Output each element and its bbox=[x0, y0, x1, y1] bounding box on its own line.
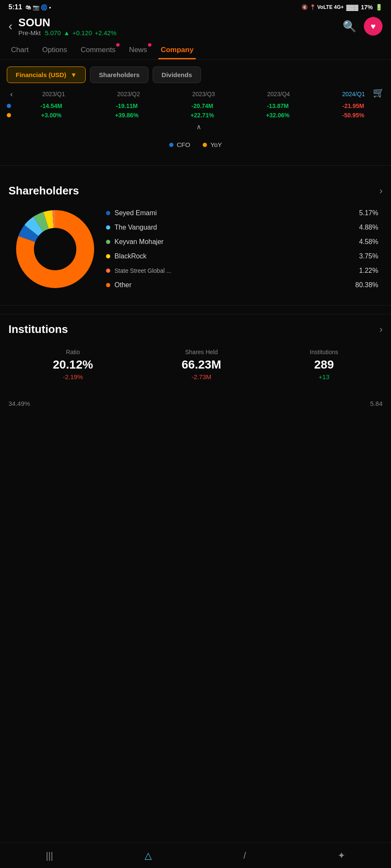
news-notification-dot bbox=[148, 43, 151, 47]
col-2023q3: 2023/Q3 bbox=[166, 89, 241, 99]
status-time: 5:11 🛍 📷 🌀 • bbox=[8, 3, 51, 11]
shareholders-header: Shareholders › bbox=[8, 184, 383, 197]
financials-dropdown[interactable]: Financials (USD) ▼ bbox=[7, 67, 86, 83]
sh-pct-keyvan: 4.58% bbox=[359, 238, 378, 246]
inst-count-change: +13 bbox=[310, 373, 338, 380]
sh-pct-vanguard: 4.88% bbox=[359, 224, 378, 231]
institutions-section: Institutions › Ratio 20.12% -2.19% Share… bbox=[0, 314, 391, 393]
tab-company[interactable]: Company bbox=[154, 41, 200, 59]
nav-home[interactable]: △ bbox=[136, 846, 160, 865]
list-item: BlackRock 3.75% bbox=[106, 249, 378, 263]
sh-pct-other: 80.38% bbox=[355, 281, 378, 289]
tab-bar: Chart Options Comments News Company bbox=[0, 41, 391, 60]
inst-count-value: 289 bbox=[310, 358, 338, 372]
tab-news[interactable]: News bbox=[122, 41, 154, 59]
yoy-q3: +22.71% bbox=[165, 112, 240, 119]
sh-name-keyvan: Keyvan Mohajer bbox=[115, 238, 164, 246]
shareholders-tab-btn[interactable]: Shareholders bbox=[90, 67, 148, 83]
bottom-numbers: 34.49% 5.84 bbox=[0, 393, 391, 411]
ticker-info: SOUN Pre-Mkt 5.070 ▲ +0.120 +2.42% bbox=[18, 16, 116, 36]
tab-chart[interactable]: Chart bbox=[4, 41, 36, 59]
status-right: 🔇 📍 VoLTE 4G+ ▓▓▓ 17% 🔋 bbox=[302, 4, 383, 11]
fin-data-rows: -14.54M -19.11M -20.74M -13.87M -21.95M … bbox=[7, 103, 391, 119]
sh-name-other: Other bbox=[115, 281, 131, 289]
ticker-symbol: SOUN bbox=[18, 16, 116, 29]
shares-value: 66.23M bbox=[182, 358, 221, 372]
status-icons: 🛍 📷 🌀 • bbox=[25, 4, 51, 11]
donut-hole bbox=[34, 228, 76, 270]
yoy-2024q1: -50.95% bbox=[316, 112, 391, 119]
col-nav-left[interactable]: ‹ bbox=[7, 90, 16, 99]
cfo-legend-dot bbox=[169, 143, 173, 147]
institutions-title: Institutions bbox=[8, 323, 68, 336]
sh-dot-blackrock bbox=[106, 254, 110, 258]
yoy-legend-dot bbox=[203, 143, 207, 147]
nav-menu[interactable]: ||| bbox=[37, 846, 61, 865]
inst-stat-ratio: Ratio 20.12% -2.19% bbox=[53, 349, 93, 380]
col-2023q1: 2023/Q1 bbox=[16, 89, 91, 99]
comments-notification-dot bbox=[116, 43, 120, 47]
tab-options[interactable]: Options bbox=[36, 41, 74, 59]
col-2023q2: 2023/Q2 bbox=[91, 89, 166, 99]
bottom-left-num: 34.49% bbox=[8, 400, 30, 407]
yoy-dot bbox=[7, 113, 11, 117]
ratio-value: 20.12% bbox=[53, 358, 93, 372]
sh-name-blackrock: BlackRock bbox=[115, 252, 147, 260]
shareholders-chevron[interactable]: › bbox=[380, 186, 383, 197]
yoy-q1: +3.00% bbox=[14, 112, 89, 119]
favorite-button[interactable]: ♥ bbox=[364, 17, 383, 36]
collapse-arrow[interactable]: ∧ bbox=[7, 119, 391, 135]
shares-change: -2.73M bbox=[182, 373, 221, 380]
list-item: Keyvan Mohajer 4.58% bbox=[106, 235, 378, 249]
section-divider-1 bbox=[0, 165, 391, 166]
sh-name-seyed: Seyed Emami bbox=[115, 209, 157, 217]
inst-stat-count: Institutions 289 +13 bbox=[310, 349, 338, 380]
sh-pct-seyed: 5.17% bbox=[359, 209, 378, 217]
inst-count-label: Institutions bbox=[310, 349, 338, 355]
tab-comments[interactable]: Comments bbox=[74, 41, 122, 59]
shareholders-title: Shareholders bbox=[8, 184, 79, 197]
inst-stat-shares: Shares Held 66.23M -2.73M bbox=[182, 349, 221, 380]
yoy-q2: +39.86% bbox=[89, 112, 165, 119]
sh-name-vanguard: The Vanguard bbox=[115, 224, 157, 231]
ratio-label: Ratio bbox=[53, 349, 93, 355]
legend-yoy: YoY bbox=[203, 141, 222, 148]
nav-slash[interactable]: / bbox=[235, 846, 254, 865]
financials-table: ‹ 2023/Q1 2023/Q2 2023/Q3 2023/Q4 2024/Q… bbox=[0, 89, 391, 135]
cfo-q2: -19.11M bbox=[89, 103, 165, 109]
sh-dot-keyvan bbox=[106, 240, 110, 244]
institutions-chevron[interactable]: › bbox=[380, 324, 383, 335]
cfo-q1: -14.54M bbox=[14, 103, 89, 109]
donut-svg bbox=[13, 207, 98, 291]
nav-person[interactable]: ✦ bbox=[329, 846, 354, 865]
sh-dot-statestreet bbox=[106, 269, 110, 273]
sh-dot-other bbox=[106, 283, 110, 287]
yoy-q4: +32.06% bbox=[240, 112, 316, 119]
ticker-price: Pre-Mkt 5.070 ▲ +0.120 +2.42% bbox=[18, 29, 116, 36]
ratio-change: -2.19% bbox=[53, 373, 93, 380]
back-button[interactable]: ‹ bbox=[8, 19, 12, 33]
sh-pct-statestreet: 1.22% bbox=[359, 267, 378, 275]
institutions-stats: Ratio 20.12% -2.19% Shares Held 66.23M -… bbox=[8, 344, 383, 385]
dropdown-arrow-icon: ▼ bbox=[70, 71, 77, 78]
cart-icon[interactable]: 🛒 bbox=[373, 89, 384, 98]
financials-controls: Financials (USD) ▼ Shareholders Dividend… bbox=[0, 67, 391, 89]
section-divider-2 bbox=[0, 305, 391, 305]
bottom-right-num: 5.84 bbox=[370, 400, 383, 407]
dividends-tab-btn[interactable]: Dividends bbox=[153, 67, 201, 83]
status-bar: 5:11 🛍 📷 🌀 • 🔇 📍 VoLTE 4G+ ▓▓▓ 17% 🔋 bbox=[0, 0, 391, 13]
search-button[interactable]: 🔍 bbox=[343, 20, 356, 33]
yoy-row: +3.00% +39.86% +22.71% +32.06% -50.95% bbox=[7, 112, 391, 119]
sh-dot-seyed bbox=[106, 211, 110, 215]
cfo-q4-2024: -21.95M bbox=[316, 103, 391, 109]
list-item: The Vanguard 4.88% bbox=[106, 220, 378, 235]
institutions-header: Institutions › bbox=[8, 323, 383, 336]
shareholders-section: Shareholders › bbox=[0, 174, 391, 297]
chart-legend: CFO YoY bbox=[0, 135, 391, 157]
cfo-q4: -13.87M bbox=[240, 103, 316, 109]
list-item: Other 80.38% bbox=[106, 278, 378, 292]
shares-label: Shares Held bbox=[182, 349, 221, 355]
list-item: Seyed Emami 5.17% bbox=[106, 206, 378, 220]
legend-cfo: CFO bbox=[169, 141, 190, 148]
list-item: State Street Global ... 1.22% bbox=[106, 263, 378, 278]
